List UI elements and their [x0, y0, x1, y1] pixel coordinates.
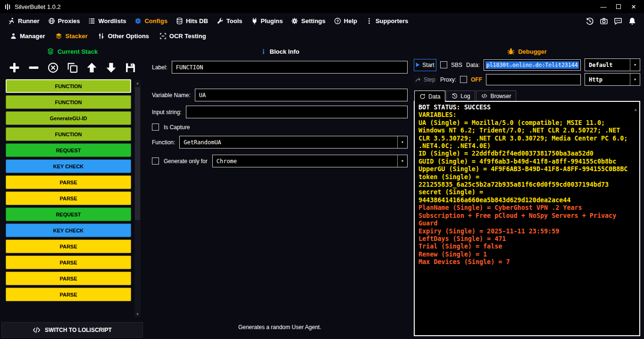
stack-block-request[interactable]: REQUEST — [6, 143, 131, 157]
stack-block-parse[interactable]: PARSE — [6, 240, 131, 253]
sbs-checkbox[interactable] — [440, 61, 447, 68]
main-area: Current Stack FUNCTIONFUNCTIONGenerateGU… — [0, 43, 644, 339]
log-line: ID (Single) = 22ddfdbf2f4ed0037381750ba3… — [418, 150, 630, 157]
label-input[interactable]: FUNCTION — [172, 61, 408, 74]
stack-block-parse[interactable]: PARSE — [6, 256, 131, 269]
ocr-icon — [159, 33, 167, 40]
function-dropdown[interactable]: GetRandomUA ▼ — [179, 136, 408, 149]
menu-item-settings[interactable]: Settings — [287, 13, 329, 29]
scrollbar-up-arrow[interactable]: ▲ — [134, 80, 141, 86]
move-down-button[interactable] — [104, 61, 117, 74]
submenu-item-ocr-testing[interactable]: OCR Testing — [154, 29, 211, 43]
submenu-item-manager[interactable]: Manager — [5, 29, 50, 43]
start-button-label: Start — [422, 62, 434, 68]
wordlist-type-dropdown[interactable]: Default ▼ — [585, 58, 640, 71]
stack-block-parse[interactable]: PARSE — [6, 288, 131, 301]
tab-data[interactable]: Data — [414, 91, 445, 102]
chevron-down-icon: ▼ — [630, 59, 640, 71]
start-button[interactable]: Start — [414, 59, 436, 71]
stack-block-key-check[interactable]: KEY CHECK — [6, 223, 131, 237]
submenu-item-stacker[interactable]: Stacker — [50, 29, 92, 43]
menu-item-proxies[interactable]: Proxies — [44, 13, 84, 29]
block-description: Generates a random User Agent. — [152, 324, 408, 339]
data-input[interactable]: pl1830t.online.de:Telit23144 — [484, 59, 581, 71]
stack-block-request[interactable]: REQUEST — [6, 207, 131, 221]
menu-item-label: Help — [344, 17, 357, 25]
switch-to-loliscript-button[interactable]: SWITCH TO LOLISCRIPT — [1, 322, 143, 338]
stack-block-label: KEY CHECK — [53, 164, 84, 169]
move-down-icon — [105, 62, 117, 74]
debugger-output[interactable]: BOT STATUS: SUCCESSVARIABLES:UA (Single)… — [414, 101, 640, 336]
menu-item-wordlists[interactable]: Wordlists — [84, 13, 130, 29]
tab-log[interactable]: Log — [446, 91, 475, 101]
is-capture-label: Is Capture — [164, 124, 190, 131]
stack-block-label: REQUEST — [56, 148, 81, 153]
stack-scrollbar[interactable]: ▲ ▼ — [134, 80, 141, 317]
chevron-down-icon: ▼ — [630, 74, 640, 85]
save-button[interactable] — [124, 61, 137, 74]
submenu-item-other-options[interactable]: Other Options — [92, 29, 154, 43]
clear-button[interactable] — [46, 61, 59, 74]
variable-name-input[interactable]: UA — [195, 89, 408, 101]
tab-data-icon — [419, 93, 426, 99]
log-line: Trial (Single) = false — [418, 243, 630, 250]
is-capture-checkbox[interactable] — [152, 124, 159, 131]
scrollbar-thumb[interactable] — [135, 87, 140, 220]
stack-list-area: FUNCTIONFUNCTIONGenerateGU-IDFUNCTIONREQ… — [0, 77, 144, 320]
menu-item-help[interactable]: ?Help — [330, 13, 361, 29]
menu-item-configs[interactable]: Configs — [130, 13, 171, 29]
tab-browser[interactable]: Browser — [476, 91, 516, 101]
menubar-items: RunnerProxiesWordlistsConfigsHits DBTool… — [4, 13, 412, 29]
stack-block-label: PARSE — [59, 244, 77, 249]
notifications-button[interactable] — [628, 17, 636, 25]
close-button[interactable]: ✕ — [626, 0, 641, 13]
supporters-icon — [366, 17, 373, 25]
proxy-type-dropdown[interactable]: Http ▼ — [585, 73, 640, 86]
stack-block-key-check[interactable]: KEY CHECK — [6, 159, 131, 173]
history-button[interactable] — [585, 17, 594, 25]
menu-item-tools[interactable]: Tools — [212, 13, 247, 29]
log-line: secret (Single) = 944386414166a660ea5b84… — [418, 189, 630, 204]
sbs-label: SBS — [451, 62, 462, 68]
proxy-checkbox[interactable] — [460, 76, 467, 83]
screenshot-button[interactable] — [600, 17, 608, 25]
menu-item-supporters[interactable]: Supporters — [361, 13, 412, 29]
remove-button[interactable] — [27, 61, 40, 74]
stack-block-parse[interactable]: PARSE — [6, 272, 131, 285]
add-button[interactable] — [8, 61, 21, 74]
minimize-button[interactable]: — — [596, 0, 611, 13]
scrollbar-down-arrow[interactable]: ▼ — [134, 311, 141, 317]
chat-button[interactable] — [614, 17, 622, 25]
submenu: ManagerStackerOther OptionsOCR Testing — [0, 29, 644, 43]
input-string-input[interactable] — [186, 106, 408, 118]
chat-icon — [614, 17, 622, 25]
stack-block-function[interactable]: FUNCTION — [6, 95, 131, 109]
stack-block-parse[interactable]: PARSE — [6, 175, 131, 189]
menu-item-label: Tools — [226, 17, 243, 25]
proxy-status: OFF — [471, 76, 482, 83]
log-line: Expiry (Single) = 2025-11-11 23:59:59 — [418, 228, 630, 235]
menubar: RunnerProxiesWordlistsConfigsHits DBTool… — [0, 13, 644, 29]
log-line: Renew (Single) = 1 — [418, 251, 630, 258]
proxy-type-value: Http — [585, 74, 630, 85]
browser-type-dropdown[interactable]: Chrome ▼ — [212, 155, 408, 167]
stack-block-label: REQUEST — [56, 212, 81, 217]
menu-item-runner[interactable]: Runner — [4, 13, 44, 29]
stack-block-parse[interactable]: PARSE — [6, 191, 131, 205]
step-button[interactable]: Step — [414, 74, 436, 85]
duplicate-button[interactable] — [66, 61, 79, 74]
variable-name-value: UA — [199, 92, 206, 99]
maximize-button[interactable] — [611, 0, 626, 13]
output-scroll-up-arrow[interactable]: ▲ — [635, 106, 637, 113]
move-up-button[interactable] — [85, 61, 98, 74]
log-line: GUID (Single) = 4f9f6ab3-b49d-41f8-a8ff-… — [418, 158, 630, 165]
generate-only-for-checkbox[interactable] — [152, 157, 159, 165]
menu-item-hits-db[interactable]: Hits DB — [172, 13, 212, 29]
menu-item-plugins[interactable]: Plugins — [247, 13, 287, 29]
label-field-label: Label: — [152, 64, 167, 71]
stack-block-generategu-id[interactable]: GenerateGU-ID — [6, 111, 131, 125]
stack-block-function[interactable]: FUNCTION — [6, 79, 131, 93]
debugger-panel: Debugger Start SBS Data: pl1830t.online.… — [412, 43, 644, 339]
proxy-input[interactable] — [486, 74, 581, 85]
stack-block-function[interactable]: FUNCTION — [6, 127, 131, 141]
